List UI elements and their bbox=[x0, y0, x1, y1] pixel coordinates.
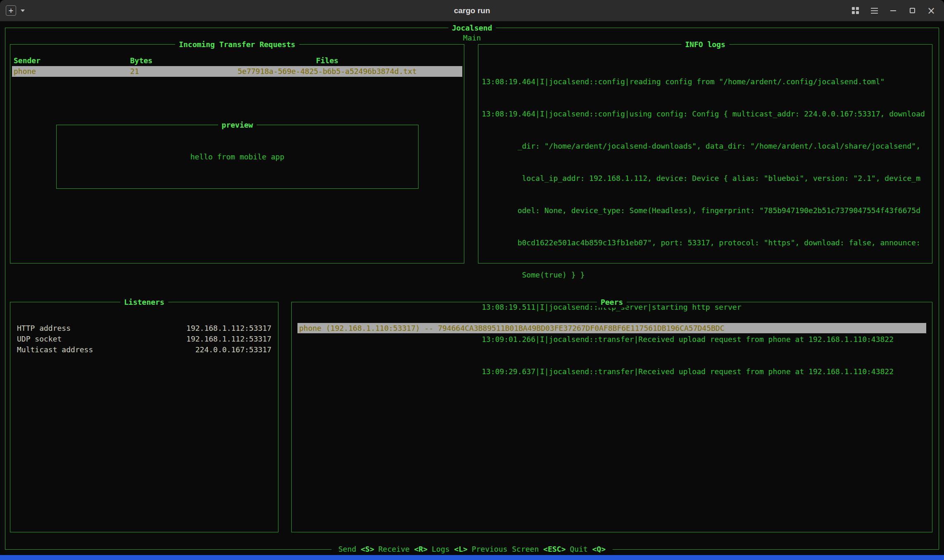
app-frame: Jocalsend Main Incoming Transfer Request… bbox=[5, 28, 939, 550]
maximize-icon bbox=[910, 8, 915, 13]
keyhint-logs: Logs <L> bbox=[432, 545, 468, 553]
transfer-row[interactable]: phone 21 5e77918a-569e-4825-b6b5-a52496b… bbox=[12, 66, 462, 77]
log-line: b0cd1622e501ac4b859c13fb1eb07", port: 53… bbox=[482, 237, 929, 248]
new-tab-button[interactable]: + bbox=[6, 5, 16, 16]
log-line: Some(true) } } bbox=[482, 270, 929, 280]
menu-icon bbox=[871, 8, 878, 14]
peer-row[interactable]: phone (192.168.1.110:53317) -- 794664CA3… bbox=[297, 323, 926, 333]
logs-panel-title: INFO logs bbox=[681, 39, 729, 50]
log-line: 13:08:19.464|I|jocalsend::config|using c… bbox=[482, 109, 929, 119]
peers-panel: Peers phone (192.168.1.110:53317) -- 794… bbox=[291, 302, 932, 532]
listener-row-multicast: Multicast address 224.0.0.167:53317 bbox=[17, 344, 271, 355]
window-titlebar[interactable]: + cargo run × bbox=[0, 0, 944, 21]
new-tab-icon: + bbox=[9, 6, 13, 15]
bottom-status-strip bbox=[0, 555, 944, 560]
keyhint-quit: Quit <Q> bbox=[570, 545, 606, 553]
listeners-panel: Listeners HTTP address 192.168.1.112:533… bbox=[10, 302, 278, 532]
peers-panel-title: Peers bbox=[597, 297, 627, 308]
transfers-table-header: Sender Bytes Files bbox=[12, 55, 462, 66]
tab-grid-icon bbox=[852, 7, 859, 14]
column-header-bytes: Bytes bbox=[130, 55, 192, 66]
column-header-sender: Sender bbox=[12, 55, 130, 66]
transfer-sender: phone bbox=[12, 66, 130, 77]
close-button[interactable]: × bbox=[927, 6, 936, 15]
listener-row-http: HTTP address 192.168.1.112:53317 bbox=[17, 323, 271, 334]
transfer-bytes: 21 bbox=[130, 66, 192, 77]
incoming-transfers-panel: Incoming Transfer Requests Sender Bytes … bbox=[10, 44, 464, 263]
preview-title: preview bbox=[218, 120, 257, 131]
keybinding-bar: Send <S>Receive <R>Logs <L>Previous Scre… bbox=[331, 544, 613, 555]
terminal-screen: Jocalsend Main Incoming Transfer Request… bbox=[0, 21, 944, 560]
listener-value: 224.0.0.167:53317 bbox=[195, 344, 271, 355]
minimize-button[interactable] bbox=[889, 6, 898, 15]
transfer-files: 5e77918a-569e-4825-b6b5-a52496b3874d.txt bbox=[192, 66, 462, 77]
preview-box: preview hello from mobile app bbox=[56, 125, 418, 189]
incoming-panel-title: Incoming Transfer Requests bbox=[175, 39, 299, 50]
menu-button[interactable] bbox=[870, 6, 879, 15]
listener-row-udp: UDP socket 192.168.1.112:53317 bbox=[17, 334, 271, 344]
listener-value: 192.168.1.112:53317 bbox=[186, 323, 271, 334]
log-line: 13:08:19.464|I|jocalsend::config|reading… bbox=[482, 76, 929, 87]
keyhint-send: Send <S> bbox=[338, 545, 374, 553]
keyhint-receive: Receive <R> bbox=[378, 545, 428, 553]
info-logs-panel: INFO logs 13:08:19.464|I|jocalsend::conf… bbox=[478, 44, 932, 263]
listener-label: UDP socket bbox=[17, 334, 62, 344]
keyhint-previous-screen: Previous Screen <ESC> bbox=[472, 545, 566, 553]
log-line: local_ip_addr: 192.168.1.112, device: De… bbox=[482, 173, 929, 184]
listener-label: Multicast address bbox=[17, 344, 93, 355]
log-line: odel: None, device_type: Some(Headless),… bbox=[482, 205, 929, 216]
preview-content: hello from mobile app bbox=[57, 125, 418, 188]
minimize-icon bbox=[890, 10, 896, 11]
tab-grid-button[interactable] bbox=[851, 6, 860, 15]
chevron-down-icon[interactable] bbox=[21, 9, 25, 12]
maximize-button[interactable] bbox=[908, 6, 917, 15]
close-icon: × bbox=[927, 6, 935, 16]
window-title: cargo run bbox=[0, 6, 944, 15]
screen-name: Main bbox=[5, 33, 939, 43]
listener-label: HTTP address bbox=[17, 323, 71, 334]
listeners-panel-title: Listeners bbox=[120, 297, 168, 308]
app-title: Jocalsend bbox=[448, 23, 496, 33]
listener-value: 192.168.1.112:53317 bbox=[186, 334, 271, 344]
listeners-list: HTTP address 192.168.1.112:53317 UDP soc… bbox=[10, 302, 278, 355]
column-header-files: Files bbox=[192, 55, 462, 66]
log-line: _dir: "/home/ardent/jocalsend-downloads"… bbox=[482, 141, 929, 152]
